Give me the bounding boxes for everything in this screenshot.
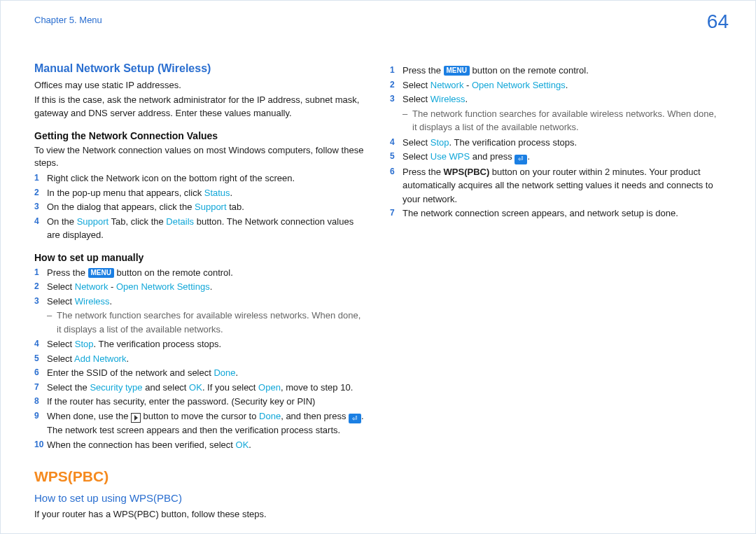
- step-text: If the router has security, enter the pa…: [47, 396, 315, 407]
- chapter-label: Chapter 5. Menu: [34, 15, 102, 25]
- step-text: button on the remote control.: [470, 65, 589, 76]
- done-link: Done: [259, 411, 281, 421]
- list-item: Select Network - Open Network Settings.: [34, 280, 366, 294]
- add-network-link: Add Network: [74, 353, 126, 364]
- menu-button-icon: MENU: [88, 268, 114, 278]
- step-text: .: [110, 296, 113, 307]
- heading-wps-setup: How to set up using WPS(PBC): [34, 492, 366, 504]
- list-item: In the pop-up menu that appears, click S…: [34, 186, 366, 200]
- paragraph: Offices may use static IP addresses.: [34, 79, 366, 92]
- list-item: Select Network - Open Network Settings.: [390, 78, 722, 92]
- step-text: When done, use the: [47, 411, 131, 421]
- step-text: When the connection has been verified, s…: [47, 440, 236, 450]
- ok-link: OK: [236, 440, 249, 450]
- heading-network-values: Getting the Network Connection Values: [34, 130, 366, 141]
- step-text: Select: [47, 339, 75, 349]
- list-item: Select Stop. The verification process st…: [34, 337, 366, 351]
- heading-manual-setup: Manual Network Setup (Wireless): [34, 62, 366, 75]
- step-text: .: [527, 151, 530, 162]
- step-text: Select the: [47, 382, 90, 393]
- use-wps-link: Use WPS: [430, 151, 470, 162]
- list-item: Select Stop. The verification process st…: [390, 136, 722, 150]
- step-text: Select: [402, 151, 430, 162]
- step-text: In the pop-up menu that appears, click: [47, 188, 204, 198]
- step-text: button to move the cursor to: [141, 411, 259, 421]
- network-values-steps: Right click the Network icon on the bott…: [34, 171, 366, 242]
- wps-steps-cont: Select Stop. The verification process st…: [390, 136, 722, 220]
- left-column: Manual Network Setup (Wireless) Offices …: [34, 62, 366, 523]
- heading-setup-manually: How to set up manually: [34, 252, 366, 263]
- wireless-link: Wireless: [75, 296, 110, 307]
- security-type-link: Security type: [90, 382, 142, 393]
- step-text: . If you select: [202, 382, 258, 393]
- open-network-settings-link: Open Network Settings: [116, 281, 210, 292]
- network-link: Network: [75, 281, 108, 292]
- step-text: Press the: [47, 267, 88, 278]
- list-item: When the connection has been verified, s…: [34, 438, 366, 452]
- step-text: .: [465, 94, 468, 104]
- enter-button-icon: ⏎: [514, 155, 527, 164]
- step-text: .: [248, 440, 251, 450]
- status-link: Status: [204, 188, 230, 198]
- list-item: Select Wireless.: [34, 295, 366, 309]
- step-text: The network connection screen appears, a…: [402, 208, 678, 218]
- step-text: .: [236, 367, 239, 378]
- step-text: , and then press: [281, 411, 349, 421]
- step-text: Select: [402, 94, 430, 104]
- page-number: 64: [707, 10, 729, 33]
- step-text: On the: [47, 216, 77, 227]
- heading-wps-pbc: WPS(PBC): [34, 468, 366, 485]
- list-item: Select Wireless.: [390, 92, 722, 106]
- menu-button-icon: MENU: [444, 66, 470, 76]
- step-text: and select: [143, 382, 190, 393]
- list-item: Press the WPS(PBC) button on your router…: [390, 165, 722, 206]
- step-text: Select: [47, 281, 75, 292]
- list-item: Select the Security type and select OK. …: [34, 381, 366, 395]
- step-text: Press the: [402, 65, 444, 76]
- list-item: Press the MENU button on the remote cont…: [34, 266, 366, 280]
- details-link: Details: [166, 216, 194, 227]
- step-text: , move to step 10.: [281, 382, 353, 393]
- wps-pbc-bold: WPS(PBC): [444, 167, 490, 177]
- step-text: -: [463, 80, 472, 90]
- page-header: Chapter 5. Menu 64: [1, 1, 755, 38]
- manual-setup-steps: Press the MENU button on the remote cont…: [34, 266, 366, 309]
- step-text: .: [230, 188, 233, 198]
- list-item: When done, use the button to move the cu…: [34, 409, 366, 437]
- list-item: Enter the SSID of the network and select…: [34, 366, 366, 380]
- step-text: Select: [47, 296, 75, 307]
- step-text: Select: [47, 353, 74, 364]
- step-text: and press: [470, 151, 514, 162]
- sub-note: The network function searches for availa…: [34, 309, 366, 336]
- step-text: .: [126, 353, 129, 364]
- list-item: On the dialog that appears, click the Su…: [34, 200, 366, 214]
- done-link: Done: [214, 367, 235, 378]
- list-item: Press the MENU button on the remote cont…: [390, 64, 722, 78]
- support-link: Support: [77, 216, 109, 227]
- list-item: Right click the Network icon on the bott…: [34, 171, 366, 185]
- manual-setup-steps-cont: Select Stop. The verification process st…: [34, 337, 366, 451]
- support-link: Support: [195, 202, 227, 212]
- ok-link: OK: [189, 382, 202, 393]
- step-text: Right click the Network icon on the bott…: [47, 173, 295, 183]
- step-text: Tab, click the: [108, 216, 166, 227]
- open-network-settings-link: Open Network Settings: [472, 80, 566, 90]
- step-text: . The verification process stops.: [449, 137, 578, 148]
- step-text: -: [108, 281, 116, 292]
- paragraph: To view the Network connection values on…: [34, 144, 366, 171]
- step-text: Select: [402, 137, 430, 148]
- network-link: Network: [430, 80, 464, 90]
- right-column: Press the MENU button on the remote cont…: [390, 62, 722, 523]
- step-text: .: [566, 80, 568, 90]
- step-text: On the dialog that appears, click the: [47, 202, 195, 212]
- list-item: The network connection screen appears, a…: [390, 206, 722, 220]
- step-text: button on the remote control.: [114, 267, 233, 278]
- list-item: Select Use WPS and press ⏎.: [390, 150, 722, 164]
- enter-button-icon: ⏎: [349, 414, 361, 423]
- step-text: Press the: [402, 167, 444, 177]
- paragraph: If this is the case, ask the network adm…: [34, 94, 366, 120]
- open-link: Open: [258, 382, 281, 393]
- list-item: On the Support Tab, click the Details bu…: [34, 215, 366, 242]
- list-item: If the router has security, enter the pa…: [34, 395, 366, 409]
- sub-note: The network function searches for availa…: [390, 107, 722, 134]
